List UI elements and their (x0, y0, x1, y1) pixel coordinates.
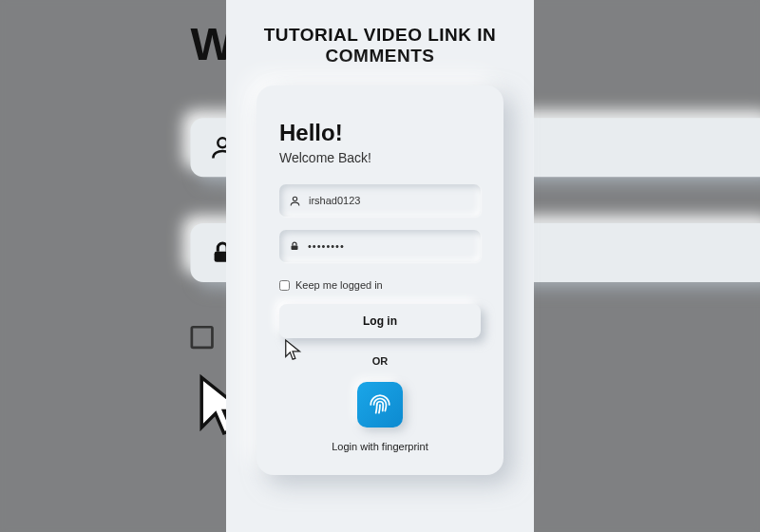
svg-rect-3 (292, 246, 298, 251)
fingerprint-button[interactable] (357, 382, 403, 428)
username-field[interactable] (279, 184, 481, 217)
hello-title: Hello! (279, 120, 481, 146)
fingerprint-icon (368, 392, 392, 417)
password-input[interactable] (308, 240, 471, 252)
password-field[interactable] (279, 230, 481, 262)
keep-logged-in-label: Keep me logged in (295, 279, 383, 291)
user-icon (289, 195, 301, 207)
bg-keep-checkbox (191, 326, 214, 349)
banner-text: TUTORIAL VIDEO LINK IN COMMENTS (226, 25, 534, 66)
welcome-subtitle: Welcome Back! (279, 150, 481, 165)
login-button-label: Log in (363, 314, 397, 328)
username-input[interactable] (309, 195, 471, 206)
center-column: TUTORIAL VIDEO LINK IN COMMENTS Hello! W… (226, 0, 534, 532)
login-button[interactable]: Log in (279, 304, 481, 338)
fingerprint-label: Login with fingerprint (279, 441, 481, 452)
keep-logged-in-row[interactable]: Keep me logged in (279, 279, 481, 291)
or-divider: OR (279, 355, 481, 367)
lock-icon (289, 240, 300, 252)
login-card: Hello! Welcome Back! Keep me logged in L… (256, 86, 504, 475)
svg-point-2 (293, 197, 296, 200)
keep-logged-in-checkbox[interactable] (279, 280, 290, 291)
